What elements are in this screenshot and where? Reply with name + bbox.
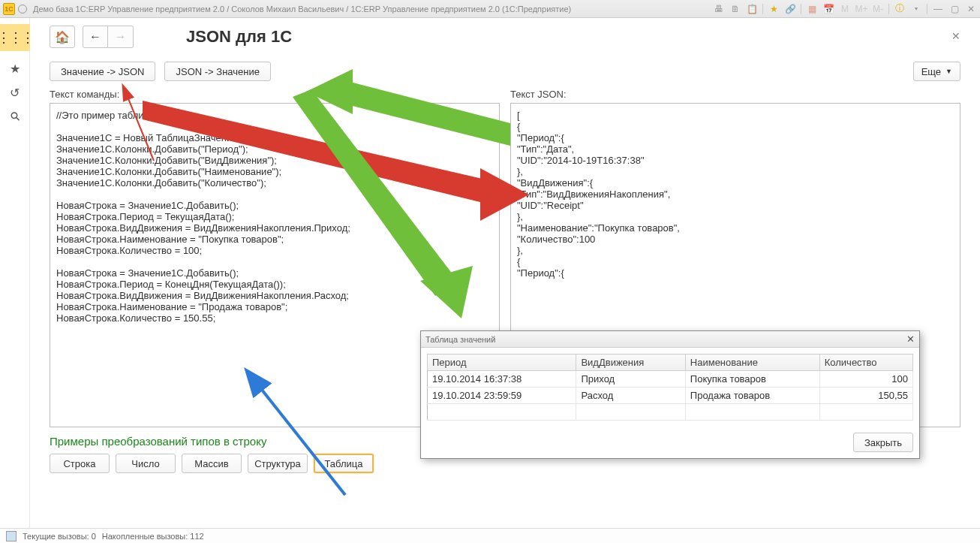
maximize-icon[interactable]: ▢ xyxy=(948,3,960,15)
col-qty[interactable]: Количество xyxy=(819,354,912,371)
print-icon[interactable]: 🖶 xyxy=(713,3,725,15)
example-table-button[interactable]: Таблица xyxy=(314,454,374,473)
info-dropdown-icon[interactable]: ▾ xyxy=(910,3,922,15)
status-current-calls: Текущие вызовы: 0 xyxy=(23,532,96,541)
table-row[interactable]: 19.10.2014 23:59:59 Расход Продажа товар… xyxy=(428,388,913,404)
dialog-close-button[interactable]: Закрыть xyxy=(853,433,913,452)
dialog-close-icon[interactable]: ✕ xyxy=(906,333,915,345)
close-page-icon[interactable]: ✕ xyxy=(951,30,960,42)
mplus-icon[interactable]: M+ xyxy=(855,3,867,15)
app-logo: 1C xyxy=(3,3,15,15)
command-label: Текст команды: xyxy=(50,89,500,100)
home-button[interactable]: 🏠 xyxy=(50,26,75,48)
sys-icons: 🖶 🗎 📋 ★ 🔗 ▦ 📅 M M+ M- ⓘ ▾ — ▢ ✕ xyxy=(713,3,977,15)
link-icon[interactable]: 🔗 xyxy=(784,3,796,15)
titlebar-dot xyxy=(18,5,27,14)
clipboard-icon[interactable]: 📋 xyxy=(746,3,758,15)
dialog-title-text: Таблица значений xyxy=(425,335,495,344)
close-window-icon[interactable]: ✕ xyxy=(965,3,977,15)
window-title: Демо база 1C:ERP Управление предприятием… xyxy=(30,5,710,14)
history-icon[interactable]: ↺ xyxy=(8,86,22,99)
table-row[interactable]: 19.10.2014 16:37:38 Приход Покупка товар… xyxy=(428,371,913,388)
value-to-json-button[interactable]: Значение -> JSON xyxy=(50,62,155,81)
values-table: Период ВидДвижения Наименование Количест… xyxy=(427,354,913,421)
col-kind[interactable]: ВидДвижения xyxy=(576,354,685,371)
statusbar: Текущие вызовы: 0 Накопленные вызовы: 11… xyxy=(0,528,980,543)
doc-icon[interactable]: 🗎 xyxy=(729,3,741,15)
favorites-icon[interactable]: ★ xyxy=(8,62,22,75)
calc-icon[interactable]: ▦ xyxy=(806,3,818,15)
chevron-down-icon: ▼ xyxy=(945,68,952,75)
info-icon[interactable]: ⓘ xyxy=(894,3,906,15)
table-row xyxy=(428,404,913,421)
search-icon[interactable]: ⚲ xyxy=(5,107,24,125)
left-rail: ⋮⋮⋮ ★ ↺ ⚲ xyxy=(0,18,30,528)
back-button[interactable]: ← xyxy=(83,26,108,48)
dialog-titlebar[interactable]: Таблица значений ✕ xyxy=(421,331,919,348)
apps-icon[interactable]: ⋮⋮⋮ xyxy=(0,24,30,51)
titlebar: 1C Демо база 1C:ERP Управление предприят… xyxy=(0,0,980,18)
table-values-dialog: Таблица значений ✕ Период ВидДвижения На… xyxy=(420,330,920,459)
forward-button[interactable]: → xyxy=(108,26,134,48)
json-to-value-button[interactable]: JSON -> Значение xyxy=(164,62,270,81)
star-icon[interactable]: ★ xyxy=(768,3,780,15)
col-name[interactable]: Наименование xyxy=(685,354,819,371)
minimize-icon[interactable]: — xyxy=(932,3,944,15)
json-label: Текст JSON: xyxy=(510,89,960,100)
status-accumulated-calls: Накопленные вызовы: 112 xyxy=(102,532,204,541)
example-array-button[interactable]: Массив xyxy=(182,454,242,473)
mminus-icon[interactable]: M- xyxy=(872,3,884,15)
example-string-button[interactable]: Строка xyxy=(50,454,110,473)
example-number-button[interactable]: Число xyxy=(116,454,176,473)
m-icon[interactable]: M xyxy=(839,3,851,15)
more-button[interactable]: Еще▼ xyxy=(913,62,960,81)
example-struct-button[interactable]: Структура xyxy=(248,454,308,473)
calendar-icon[interactable]: 📅 xyxy=(822,3,834,15)
status-icon xyxy=(6,531,17,541)
page-title: JSON для 1С xyxy=(186,27,292,47)
col-period[interactable]: Период xyxy=(428,354,576,371)
main-area: 🏠 ← → JSON для 1С ✕ Значение -> JSON JSO… xyxy=(30,18,980,528)
